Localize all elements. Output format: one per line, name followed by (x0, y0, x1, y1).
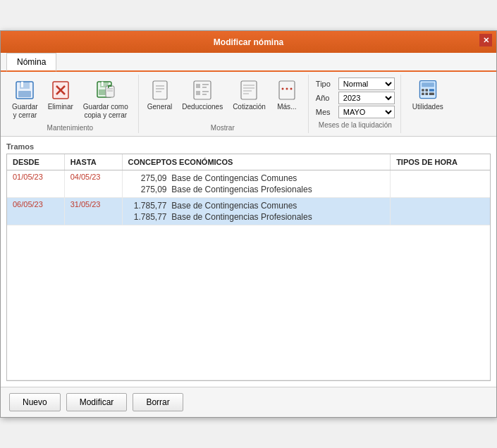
ribbon-group-utiles: Utilidades (403, 75, 453, 133)
svg-point-35 (290, 88, 292, 90)
close-button[interactable]: ✕ (479, 34, 492, 46)
mantenimiento-buttons: Guardary cerrar Eliminar (8, 76, 133, 123)
desde-2: 06/05/23 (7, 198, 64, 225)
amount-1a: 275,09 (128, 173, 167, 183)
svg-rect-42 (425, 93, 428, 96)
svg-point-33 (281, 88, 283, 90)
svg-point-34 (286, 88, 288, 90)
svg-rect-2 (21, 82, 23, 87)
desc-1b: Base de Contingencias Profesionales (171, 185, 312, 194)
empty-space-row (7, 225, 490, 380)
ribbon-group-mantenimiento: Guardary cerrar Eliminar (5, 75, 139, 133)
eliminar-button[interactable]: Eliminar (44, 76, 78, 123)
svg-rect-39 (425, 89, 428, 92)
svg-rect-23 (202, 87, 207, 88)
svg-rect-11 (106, 86, 114, 97)
svg-rect-40 (429, 89, 434, 92)
svg-rect-32 (279, 81, 295, 99)
svg-rect-21 (196, 84, 200, 88)
tramos-table: DESDE HASTA CONCEPTOS ECONÓMICOS TIPOS D… (7, 154, 490, 380)
table-row[interactable]: 01/05/23 04/05/23 275,09 Base de Conting… (7, 170, 490, 198)
svg-rect-20 (194, 81, 211, 99)
tipo-row: Tipo Normal Extra Especial (316, 77, 395, 90)
concepto-line: 275,09 Base de Contingencias Profesional… (128, 184, 385, 195)
concepto-line: 1.785,77 Base de Contingencias Profesion… (128, 211, 385, 223)
window-title: Modificar nómina (214, 37, 283, 47)
main-window: Modificar nómina ✕ Nómina G (0, 30, 497, 418)
svg-rect-9 (102, 82, 104, 86)
guardar-label: Guardary cerrar (12, 103, 38, 120)
mes-row: Mes ENEROFEBREROMARZOABRIL MAYOJUNIOJULI… (316, 106, 395, 118)
svg-rect-25 (202, 91, 209, 92)
amount-2b: 1.785,77 (128, 212, 167, 222)
tramos-table-container: DESDE HASTA CONCEPTOS ECONÓMICOS TIPOS D… (6, 154, 491, 381)
mantenimiento-label: Mantenimiento (47, 123, 94, 132)
svg-rect-24 (196, 91, 200, 95)
title-bar: Modificar nómina ✕ (1, 31, 496, 53)
svg-rect-3 (18, 91, 31, 97)
svg-rect-37 (422, 82, 434, 87)
footer-bar: Nuevo Modificar Borrar (1, 387, 496, 417)
borrar-button[interactable]: Borrar (133, 393, 183, 411)
hasta-2: 31/05/23 (64, 198, 122, 225)
meses-label: Meses de la liquidación (316, 121, 395, 129)
modificar-button[interactable]: Modificar (66, 393, 128, 411)
svg-rect-43 (429, 93, 434, 96)
delete-icon (49, 79, 72, 101)
nuevo-button[interactable]: Nuevo (9, 393, 61, 411)
desde-1: 01/05/23 (7, 170, 64, 198)
tipos-1 (391, 170, 490, 198)
utilidades-button[interactable]: Utilidades (408, 76, 448, 114)
general-icon (149, 79, 171, 101)
tramos-label: Tramos (6, 142, 491, 151)
mas-button[interactable]: Más... (271, 76, 302, 123)
ribbon-group-meses: Tipo Normal Extra Especial Año 2022 2023… (310, 75, 401, 133)
deducciones-button[interactable]: Deducciones (178, 76, 227, 123)
amount-2a: 1.785,77 (128, 201, 167, 211)
col-tipos: TIPOS DE HORA (391, 154, 490, 170)
calc-icon (417, 79, 439, 101)
col-desde: DESDE (7, 154, 64, 170)
hasta-1: 04/05/23 (64, 170, 122, 198)
svg-rect-38 (422, 89, 424, 92)
mas-label: Más... (277, 103, 296, 111)
ribbon-tabs: Nómina (1, 53, 496, 72)
guardar-copia-label: Guardar comocopia y cerrar (83, 103, 128, 120)
anyo-row: Año 2022 2023 2024 (316, 92, 395, 104)
mostrar-label: Mostrar (211, 123, 235, 132)
svg-rect-22 (202, 84, 209, 85)
anyo-select[interactable]: 2022 2023 2024 (338, 92, 395, 104)
conceptos-1: 275,09 Base de Contingencias Comunes 275… (122, 170, 391, 198)
utilidades-label: Utilidades (412, 103, 443, 111)
general-label: General (147, 103, 173, 111)
deducciones-icon (191, 79, 214, 101)
conceptos-2: 1.785,77 Base de Contingencias Comunes 1… (122, 198, 391, 225)
table-row[interactable]: 06/05/23 31/05/23 1.785,77 Base de Conti… (7, 198, 490, 225)
cotizacion-icon (238, 79, 260, 101)
col-hasta: HASTA (64, 154, 122, 170)
amount-1b: 275,09 (128, 185, 167, 194)
tab-nomina[interactable]: Nómina (6, 53, 56, 72)
desc-2a: Base de Contingencias Comunes (171, 201, 297, 211)
deducciones-label: Deducciones (182, 103, 223, 111)
tipos-2 (391, 198, 490, 225)
guardar-button[interactable]: Guardary cerrar (8, 76, 42, 123)
col-conceptos: CONCEPTOS ECONÓMICOS (122, 154, 391, 170)
desc-1a: Base de Contingencias Comunes (171, 173, 297, 183)
table-header: DESDE HASTA CONCEPTOS ECONÓMICOS TIPOS D… (7, 154, 490, 170)
saveas-icon (94, 79, 117, 101)
cotizacion-label: Cotización (233, 103, 266, 111)
cotizacion-button[interactable]: Cotización (228, 76, 270, 123)
svg-rect-41 (422, 93, 424, 96)
mostrar-buttons: General Deducciones (143, 76, 302, 123)
guardar-copia-button[interactable]: Guardar comocopia y cerrar (79, 76, 133, 123)
content-area: Tramos DESDE HASTA CONCEPTOS ECONÓMICOS … (1, 137, 496, 387)
tipo-select[interactable]: Normal Extra Especial (338, 77, 395, 90)
eliminar-label: Eliminar (48, 103, 73, 111)
mes-select[interactable]: ENEROFEBREROMARZOABRIL MAYOJUNIOJULIOAGO… (338, 106, 395, 118)
mas-icon (276, 79, 298, 101)
general-button[interactable]: General (143, 76, 177, 123)
svg-rect-16 (153, 81, 167, 99)
mes-key: Mes (316, 108, 336, 116)
anyo-key: Año (316, 94, 336, 102)
